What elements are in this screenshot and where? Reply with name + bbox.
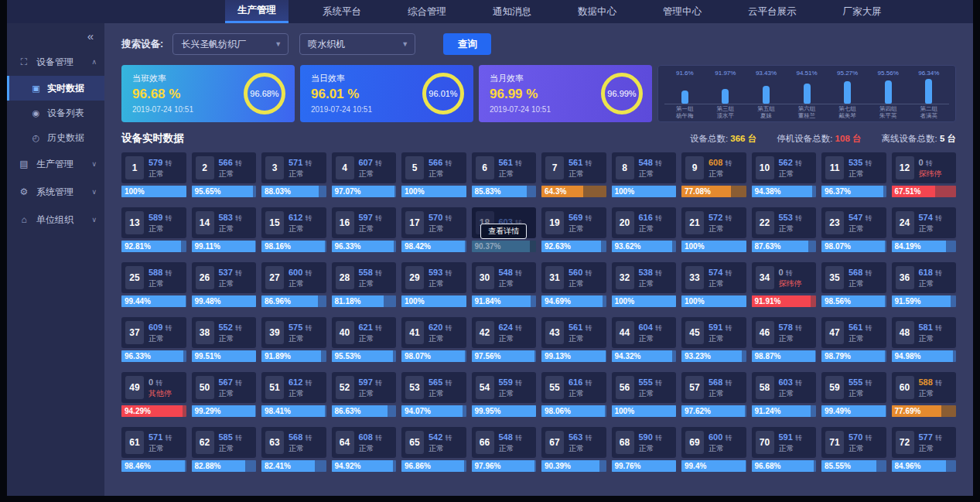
- device-card: 14 583 转 正常: [192, 207, 257, 238]
- device-cell[interactable]: 35 568 转 正常 98.56%: [821, 262, 886, 307]
- device-cell[interactable]: 10 562 转 正常 94.38%: [752, 152, 817, 197]
- device-efficiency-bar: 100%: [401, 295, 466, 307]
- device-cell[interactable]: 30 548 转 正常 91.84%: [472, 262, 537, 307]
- search-label: 搜索设备:: [121, 38, 163, 51]
- nav-tab[interactable]: 管理中心: [650, 0, 714, 23]
- device-info: 548 转 正常: [499, 268, 522, 289]
- device-cell[interactable]: 8 548 转 正常 100%: [612, 152, 677, 197]
- device-cell[interactable]: 27 600 转 正常 86.96%: [261, 262, 326, 307]
- device-cell[interactable]: 11 535 转 正常 96.37%: [821, 152, 886, 197]
- device-cell[interactable]: 52 597 转 正常 86.63%: [332, 372, 397, 417]
- device-cell[interactable]: 70 591 转 正常 96.68%: [752, 427, 817, 472]
- device-cell[interactable]: 3 571 转 正常 88.03%: [261, 152, 326, 197]
- device-cell[interactable]: 69 600 转 正常 99.4%: [681, 427, 746, 472]
- device-cell[interactable]: 12 0 转 探纬停 67.51%: [892, 152, 957, 197]
- device-cell[interactable]: 2 566 转 正常 95.65%: [192, 152, 257, 197]
- device-cell[interactable]: 63 568 转 正常 82.41%: [261, 427, 326, 472]
- device-cell[interactable]: 67 563 转 正常 90.39%: [541, 427, 606, 472]
- device-cell[interactable]: 7 561 转 正常 64.3%: [541, 152, 606, 197]
- device-cell[interactable]: 20 616 转 正常 93.62%: [612, 207, 677, 252]
- device-cell[interactable]: 15 612 转 正常 98.16%: [261, 207, 326, 252]
- sidebar-collapse-icon[interactable]: «: [7, 23, 104, 48]
- device-cell[interactable]: 17 570 转 正常 98.42%: [401, 207, 466, 252]
- sidebar-item[interactable]: ◴历史数据: [7, 125, 104, 150]
- device-cell[interactable]: 61 571 转 正常 98.46%: [121, 427, 186, 472]
- nav-tab[interactable]: 云平台展示: [736, 0, 809, 23]
- device-cell[interactable]: 47 561 转 正常 98.79%: [821, 317, 886, 362]
- sidebar-group[interactable]: ⚙系统管理∨: [7, 178, 104, 206]
- device-cell[interactable]: 28 558 转 正常 81.18%: [332, 262, 397, 307]
- device-cell[interactable]: 54 559 转 正常 99.95%: [472, 372, 537, 417]
- device-cell[interactable]: 49 0 转 其他停 94.29%: [121, 372, 186, 417]
- device-cell[interactable]: 72 577 转 正常 84.96%: [892, 427, 957, 472]
- device-cell[interactable]: 37 609 转 正常 96.33%: [121, 317, 186, 362]
- device-cell[interactable]: 62 585 转 正常 82.88%: [192, 427, 257, 472]
- device-cell[interactable]: 51 612 转 正常 98.41%: [261, 372, 326, 417]
- device-cell[interactable]: 31 560 转 正常 94.69%: [541, 262, 606, 307]
- device-cell[interactable]: 42 624 转 正常 97.56%: [472, 317, 537, 362]
- device-cell[interactable]: 71 570 转 正常 85.55%: [821, 427, 886, 472]
- device-cell[interactable]: 43 561 转 正常 99.13%: [541, 317, 606, 362]
- device-cell[interactable]: 25 588 转 正常 99.44%: [121, 262, 186, 307]
- device-cell[interactable]: 39 575 转 正常 91.89%: [261, 317, 326, 362]
- device-cell[interactable]: 18 603 转 90.37% 查看详情: [472, 207, 537, 252]
- device-cell[interactable]: 23 547 转 正常 98.07%: [821, 207, 886, 252]
- device-speed: 591 转: [779, 432, 802, 443]
- device-cell[interactable]: 50 567 转 正常 99.29%: [192, 372, 257, 417]
- device-number: 19: [545, 211, 564, 234]
- device-cell[interactable]: 13 589 转 正常 92.81%: [121, 207, 186, 252]
- device-cell[interactable]: 16 597 转 正常 96.33%: [332, 207, 397, 252]
- device-cell[interactable]: 65 542 转 正常 96.86%: [401, 427, 466, 472]
- device-cell[interactable]: 34 0 转 探纬停 91.91%: [752, 262, 817, 307]
- sidebar-group[interactable]: ⌂单位组织∨: [7, 206, 104, 234]
- device-cell[interactable]: 6 561 转 正常 85.83%: [472, 152, 537, 197]
- device-cell[interactable]: 38 552 转 正常 99.51%: [192, 317, 257, 362]
- device-number: 63: [265, 431, 284, 454]
- device-cell[interactable]: 55 616 转 正常 98.06%: [541, 372, 606, 417]
- device-cell[interactable]: 57 568 转 正常 97.62%: [681, 372, 746, 417]
- device-cell[interactable]: 14 583 转 正常 99.11%: [192, 207, 257, 252]
- device-cell[interactable]: 44 604 转 正常 94.32%: [612, 317, 677, 362]
- device-cell[interactable]: 59 555 转 正常 99.49%: [821, 372, 886, 417]
- device-cell[interactable]: 19 569 转 正常 92.63%: [541, 207, 606, 252]
- device-cell[interactable]: 32 538 转 正常 100%: [612, 262, 677, 307]
- nav-tab[interactable]: 综合管理: [395, 0, 459, 23]
- device-cell[interactable]: 21 572 转 正常 100%: [681, 207, 746, 252]
- sidebar-item[interactable]: ▣实时数据: [7, 76, 104, 101]
- nav-tab[interactable]: 数据中心: [565, 0, 629, 23]
- device-cell[interactable]: 36 618 转 正常 91.59%: [892, 262, 957, 307]
- device-cell[interactable]: 26 537 转 正常 99.48%: [192, 262, 257, 307]
- device-cell[interactable]: 64 608 转 正常 94.92%: [332, 427, 397, 472]
- device-cell[interactable]: 33 574 转 正常 100%: [681, 262, 746, 307]
- device-cell[interactable]: 48 581 转 正常 94.98%: [892, 317, 957, 362]
- device-cell[interactable]: 60 588 转 正常 77.69%: [892, 372, 957, 417]
- device-cell[interactable]: 4 607 转 正常 97.07%: [332, 152, 397, 197]
- device-cell[interactable]: 53 565 转 正常 94.07%: [401, 372, 466, 417]
- device-cell[interactable]: 22 553 转 正常 87.63%: [752, 207, 817, 252]
- device-cell[interactable]: 9 608 转 正常 77.08%: [681, 152, 746, 197]
- device-cell[interactable]: 29 593 转 正常 100%: [401, 262, 466, 307]
- nav-tab[interactable]: 通知消息: [480, 0, 544, 23]
- nav-tab[interactable]: 厂家大屏: [831, 0, 894, 23]
- sidebar-group[interactable]: ⛶设备管理∧: [7, 48, 104, 76]
- device-cell[interactable]: 24 574 转 正常 84.19%: [892, 207, 957, 252]
- machine-select[interactable]: 喷水织机 ▼: [299, 33, 415, 55]
- device-cell[interactable]: 5 566 转 正常 100%: [401, 152, 466, 197]
- query-button[interactable]: 查询: [443, 33, 491, 55]
- device-number: 51: [265, 376, 284, 399]
- device-cell[interactable]: 45 591 转 正常 93.23%: [681, 317, 746, 362]
- device-cell[interactable]: 68 590 转 正常 99.76%: [612, 427, 677, 472]
- sidebar-item[interactable]: ◉设备列表: [7, 101, 104, 125]
- sidebar-group[interactable]: ▤生产管理∨: [7, 150, 104, 178]
- device-cell[interactable]: 46 578 转 正常 98.87%: [752, 317, 817, 362]
- device-cell[interactable]: 66 548 转 正常 97.96%: [472, 427, 537, 472]
- device-cell[interactable]: 1 579 转 正常 100%: [121, 152, 186, 197]
- view-detail-button[interactable]: 查看详情: [480, 224, 527, 239]
- nav-tab[interactable]: 系统平台: [310, 0, 374, 23]
- device-cell[interactable]: 41 620 转 正常 98.07%: [401, 317, 466, 362]
- factory-select[interactable]: 长兴圣帆纺织厂 ▼: [172, 33, 289, 55]
- nav-tab[interactable]: 生产管理: [225, 0, 289, 23]
- device-cell[interactable]: 40 621 转 正常 95.53%: [332, 317, 397, 362]
- device-cell[interactable]: 58 603 转 正常 91.24%: [752, 372, 817, 417]
- device-cell[interactable]: 56 555 转 正常 100%: [612, 372, 677, 417]
